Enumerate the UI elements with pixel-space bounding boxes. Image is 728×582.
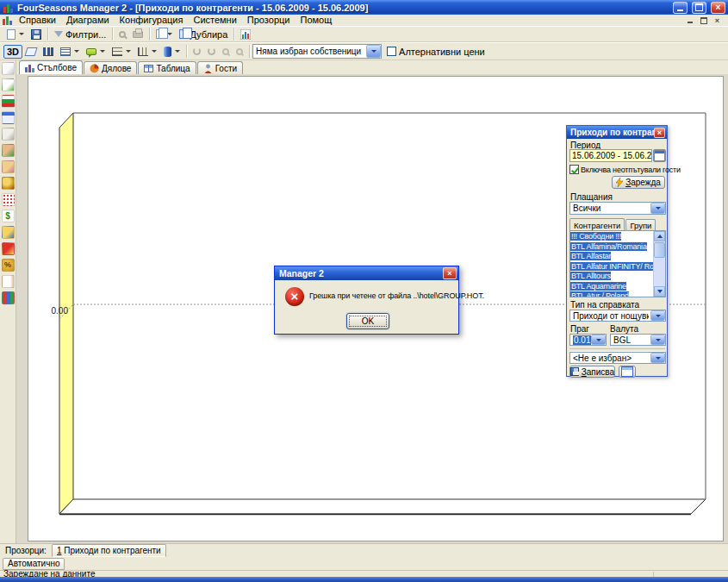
folder-print-icon[interactable]: [2, 160, 15, 173]
currency-select[interactable]: BGL: [610, 334, 666, 346]
table-view-button[interactable]: [619, 366, 636, 378]
scroll-down-button[interactable]: [654, 286, 665, 297]
window-tab-button[interactable]: 1 Приходи по контрагенти: [52, 544, 166, 557]
rotate-cw-button[interactable]: [204, 45, 219, 59]
menu-item-configuration[interactable]: Конфигурация: [115, 15, 189, 26]
mdi-close-button[interactable]: ×: [712, 16, 723, 25]
list-items: !!! Свободни !!! BTL Alfamina/Romania BT…: [570, 231, 653, 297]
save-report-button[interactable]: Записва: [569, 366, 615, 378]
list-item[interactable]: BTL Atur / Poland: [570, 291, 629, 297]
mdi-minimize-button[interactable]: [684, 16, 695, 25]
perspective-button[interactable]: [22, 45, 40, 59]
period-input[interactable]: 15.06.2009 - 15.06.2009: [569, 149, 652, 162]
callout-button[interactable]: [83, 45, 109, 59]
contractors-tab[interactable]: Контрагенти: [569, 218, 625, 231]
close-button[interactable]: ×: [711, 2, 725, 14]
duplicate-button[interactable]: Дублира: [176, 28, 231, 41]
calendar-icon: [654, 150, 665, 161]
copy-button[interactable]: [152, 28, 176, 41]
calendar-button[interactable]: [653, 149, 666, 162]
rotate-ccw-button[interactable]: [190, 45, 204, 59]
restore-button[interactable]: [692, 2, 706, 14]
scroll-thumb[interactable]: [654, 242, 665, 258]
list-item[interactable]: BTL Alltours: [570, 272, 611, 280]
template-select[interactable]: <Не е избран>: [569, 352, 666, 364]
flag-icon[interactable]: [2, 95, 15, 108]
threshold-combobox[interactable]: 0.01: [569, 334, 607, 346]
duplicate-icon: [179, 29, 187, 39]
currency-value: BGL: [613, 335, 649, 345]
contractors-list[interactable]: !!! Свободни !!! BTL Alfamina/Romania BT…: [569, 230, 666, 297]
guest-faces-icon[interactable]: [2, 226, 15, 239]
price-cut-icon[interactable]: [2, 242, 15, 255]
report-type-select[interactable]: Приходи от нощувки: [569, 310, 666, 322]
chart-report-icon[interactable]: [2, 291, 15, 304]
guest-list-icon[interactable]: [2, 275, 15, 288]
depth-button[interactable]: [160, 45, 184, 59]
menu-item-windows[interactable]: Прозорци: [242, 15, 296, 26]
series-values-button[interactable]: [40, 45, 57, 59]
automatic-button[interactable]: Автоматично: [3, 558, 65, 570]
include-guests-checkbox[interactable]: [569, 165, 579, 174]
menu-item-diagrams[interactable]: Диаграми: [61, 15, 115, 26]
dollar-icon[interactable]: $: [2, 210, 15, 222]
alt-prices-checkbox[interactable]: [387, 47, 396, 56]
error-dialog: Manager 2 × × Грешка при четене от файла…: [274, 266, 459, 335]
legend-button[interactable]: [57, 45, 83, 59]
combo-dropdown-button[interactable]: [650, 353, 665, 363]
filters-button[interactable]: Филтри...: [51, 28, 109, 41]
tab-pie[interactable]: Дялове: [84, 61, 137, 74]
groups-tab[interactable]: Групи: [625, 219, 656, 231]
mdi-restore-button[interactable]: [698, 16, 709, 25]
h-gridlines-button[interactable]: [109, 45, 134, 59]
v-gridlines-button[interactable]: [134, 45, 160, 59]
combo-dropdown-button[interactable]: [591, 335, 606, 345]
list-scrollbar[interactable]: [653, 231, 665, 297]
tab-table[interactable]: Таблица: [138, 61, 196, 74]
percent-coin-icon[interactable]: %: [2, 259, 15, 272]
minimize-button[interactable]: [673, 2, 688, 14]
document-export-icon[interactable]: [2, 78, 15, 91]
list-item[interactable]: !!! Свободни !!!: [570, 232, 621, 241]
load-button[interactable]: Зарежда: [612, 176, 665, 189]
combo-dropdown-button[interactable]: [650, 310, 665, 321]
zoom-out-button[interactable]: [233, 45, 246, 59]
report-chart-button[interactable]: [237, 28, 254, 41]
list-item[interactable]: BTL Alfastar: [570, 252, 611, 260]
payments-select[interactable]: Всички: [569, 202, 666, 215]
ok-button[interactable]: OK: [346, 313, 389, 329]
room-grid-icon[interactable]: [2, 62, 15, 75]
combo-dropdown-button[interactable]: [650, 335, 665, 345]
panel-close-button[interactable]: ×: [654, 128, 665, 138]
print-button[interactable]: [129, 28, 146, 41]
menu-item-system[interactable]: Системни: [188, 15, 241, 26]
template-value: <Не е избран>: [573, 354, 649, 363]
new-button[interactable]: [3, 28, 28, 41]
list-item[interactable]: BTL Alfatur INFINITY/ Romani: [570, 262, 653, 271]
owner-combobox[interactable]: Няма избран собственици: [252, 44, 382, 59]
tab-guests[interactable]: Гости: [197, 61, 243, 74]
scroll-up-button[interactable]: [654, 231, 665, 241]
calendar-icon[interactable]: [2, 111, 15, 124]
print-preview-button[interactable]: [115, 28, 129, 41]
payments-value: Всички: [573, 203, 649, 213]
menu-item-reports[interactable]: Справки: [14, 15, 61, 26]
3d-toggle-button[interactable]: 3D: [3, 45, 22, 59]
report-form-icon[interactable]: [2, 128, 15, 141]
guests-icon[interactable]: [2, 144, 15, 157]
combo-dropdown-button[interactable]: [366, 45, 381, 58]
dialog-close-button[interactable]: ×: [443, 267, 457, 279]
combo-dropdown-button[interactable]: [650, 203, 665, 214]
tab-columns[interactable]: Стълбове: [19, 60, 83, 74]
printer-icon: [133, 31, 143, 38]
list-item[interactable]: BTL Alfamina/Romania: [570, 242, 647, 251]
menu-item-help[interactable]: Помощ: [295, 15, 337, 26]
occupancy-matrix-icon[interactable]: [2, 193, 15, 206]
chevron-down-icon: [19, 33, 24, 35]
save-button[interactable]: [28, 28, 45, 41]
zoom-in-button[interactable]: [219, 45, 233, 59]
chevron-down-icon: [371, 50, 376, 53]
coins-icon[interactable]: [2, 177, 15, 190]
list-item[interactable]: BTL Aquamarine: [570, 282, 626, 291]
horizontal-gridlines-icon: [112, 47, 122, 56]
